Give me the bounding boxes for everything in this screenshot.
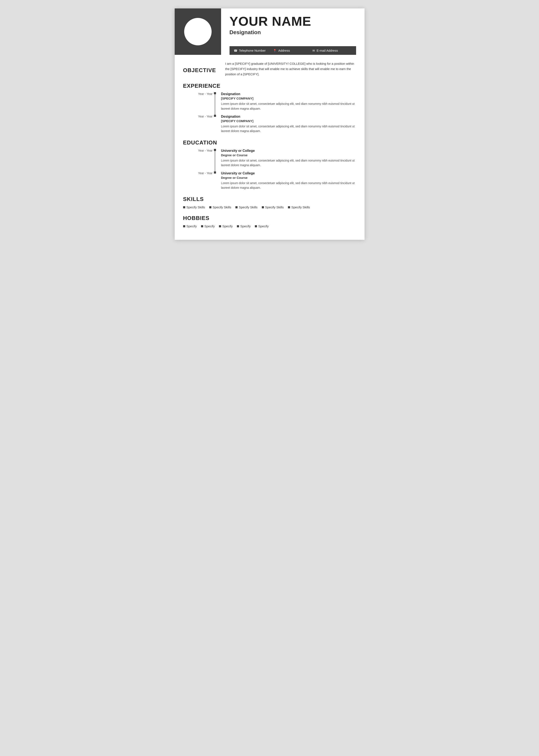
skill-bullet-4: [262, 206, 264, 208]
exp2-description: Lorem ipsum dolor sit amet, consectetuer…: [221, 124, 356, 133]
education-entry-2: Year - Year University or College Degree…: [183, 172, 356, 190]
candidate-designation: Designation: [230, 29, 356, 35]
exp1-description: Lorem ipsum dolor sit amet, consectetuer…: [221, 102, 356, 111]
exp1-years: Year - Year: [198, 92, 213, 96]
header-photo-area: [175, 8, 221, 55]
skills-section-title: SKILLS: [183, 196, 356, 202]
skill-label-4: Specify Skills: [265, 205, 284, 209]
contact-email: ✉ E-mail Address: [312, 49, 352, 52]
hobby-item-5: Specify: [255, 224, 269, 228]
hobby-item-4: Specify: [237, 224, 251, 228]
email-icon: ✉: [312, 49, 315, 52]
objective-label-col: OBJECTIVE: [183, 61, 221, 77]
edu1-dot: [214, 149, 216, 151]
edu1-description: Lorem ipsum dolor sit amet, consectetuer…: [221, 158, 356, 168]
email-text: E-mail Address: [317, 49, 338, 52]
skill-label-3: Specify Skills: [239, 205, 257, 209]
edu2-description: Lorem ipsum dolor sit amet, consectetuer…: [221, 181, 356, 190]
edu1-line: [214, 149, 216, 172]
location-icon: 📍: [273, 49, 276, 52]
exp1-dot: [214, 92, 216, 94]
edu2-institution: University or College: [221, 172, 356, 175]
exp1-right: Designation [SPECIFY COMPANY] Lorem ipsu…: [221, 92, 356, 111]
edu2-right: University or College Degree or Course L…: [221, 172, 356, 190]
hobby-label-5: Specify: [258, 224, 269, 228]
address-text: Address: [278, 49, 290, 52]
experience-section: EXPERIENCE Year - Year Designation [SPEC…: [183, 83, 356, 133]
candidate-name: YOUR NAME: [230, 15, 356, 28]
contact-address: 📍 Address: [273, 49, 312, 52]
resume-header: YOUR NAME Designation ☎ Telephone Number…: [175, 8, 364, 55]
education-entry-1: Year - Year University or College Degree…: [183, 149, 356, 168]
objective-row: OBJECTIVE I am a [SPECIFY] graduate of […: [183, 61, 356, 77]
contact-phone: ☎ Telephone Number: [234, 49, 273, 52]
resume-document: YOUR NAME Designation ☎ Telephone Number…: [175, 8, 364, 240]
skill-bullet-1: [183, 206, 185, 208]
exp2-left: Year - Year: [183, 115, 217, 133]
hobby-item-1: Specify: [183, 224, 197, 228]
skills-section: SKILLS Specify Skills Specify Skills Spe…: [183, 196, 356, 209]
exp2-years: Year - Year: [198, 115, 213, 118]
main-content: OBJECTIVE I am a [SPECIFY] graduate of […: [175, 55, 364, 240]
hobby-bullet-4: [237, 225, 239, 227]
edu2-dot: [214, 172, 216, 173]
education-section-title: EDUCATION: [183, 139, 356, 146]
exp2-company: [SPECIFY COMPANY]: [221, 119, 356, 123]
hobby-label-3: Specify: [222, 224, 233, 228]
exp1-line: [214, 92, 216, 115]
experience-timeline: Year - Year Designation [SPECIFY COMPANY…: [183, 92, 356, 133]
skill-label-5: Specify Skills: [291, 205, 310, 209]
education-timeline: Year - Year University or College Degree…: [183, 149, 356, 190]
hobby-item-3: Specify: [219, 224, 233, 228]
hobbies-list: Specify Specify Specify Specify Specify: [183, 224, 356, 228]
edu1-degree: Degree or Course: [221, 153, 356, 157]
objective-section-title: OBJECTIVE: [183, 67, 221, 74]
edu1-vertical-line: [215, 151, 215, 172]
avatar: [184, 18, 212, 45]
edu1-right: University or College Degree or Course L…: [221, 149, 356, 168]
hobby-label-2: Specify: [204, 224, 215, 228]
skill-bullet-5: [288, 206, 290, 208]
experience-entry-2: Year - Year Designation [SPECIFY COMPANY…: [183, 115, 356, 133]
exp2-dot: [214, 115, 216, 117]
exp2-line: [214, 115, 216, 137]
skill-item-5: Specify Skills: [288, 205, 310, 209]
exp1-left: Year - Year: [183, 92, 217, 111]
skill-item-1: Specify Skills: [183, 205, 205, 209]
objective-section: OBJECTIVE I am a [SPECIFY] graduate of […: [183, 61, 356, 77]
edu1-left: Year - Year: [183, 149, 217, 168]
hobby-item-2: Specify: [201, 224, 215, 228]
hobby-bullet-3: [219, 225, 221, 227]
education-section: EDUCATION Year - Year University or Coll…: [183, 139, 356, 190]
edu2-years: Year - Year: [198, 172, 213, 175]
edu2-line: [214, 172, 216, 194]
hobbies-section: HOBBIES Specify Specify Specify Specify: [183, 215, 356, 228]
exp1-job-title: Designation: [221, 92, 356, 96]
hobby-label-4: Specify: [240, 224, 251, 228]
skill-item-4: Specify Skills: [262, 205, 284, 209]
objective-text: I am a [SPECIFY] graduate of [UNIVERSITY…: [225, 61, 356, 77]
hobby-bullet-1: [183, 225, 185, 227]
header-info: YOUR NAME Designation ☎ Telephone Number…: [221, 8, 364, 55]
skill-item-2: Specify Skills: [209, 205, 231, 209]
exp1-vertical-line: [215, 94, 215, 115]
skills-list: Specify Skills Specify Skills Specify Sk…: [183, 205, 356, 209]
edu2-left: Year - Year: [183, 172, 217, 190]
skill-bullet-3: [235, 206, 238, 208]
contact-bar: ☎ Telephone Number 📍 Address ✉ E-mail Ad…: [230, 46, 356, 55]
experience-entry-1: Year - Year Designation [SPECIFY COMPANY…: [183, 92, 356, 111]
phone-icon: ☎: [234, 49, 237, 52]
hobby-bullet-2: [201, 225, 203, 227]
exp2-job-title: Designation: [221, 115, 356, 118]
exp2-right: Designation [SPECIFY COMPANY] Lorem ipsu…: [221, 115, 356, 133]
skill-item-3: Specify Skills: [235, 205, 257, 209]
hobby-bullet-5: [255, 225, 257, 227]
edu1-years: Year - Year: [198, 149, 213, 152]
experience-section-title: EXPERIENCE: [183, 83, 356, 89]
phone-text: Telephone Number: [239, 49, 266, 52]
skill-label-1: Specify Skills: [187, 205, 205, 209]
edu1-institution: University or College: [221, 149, 356, 153]
exp1-company: [SPECIFY COMPANY]: [221, 97, 356, 100]
hobbies-section-title: HOBBIES: [183, 215, 356, 221]
hobby-label-1: Specify: [187, 224, 197, 228]
